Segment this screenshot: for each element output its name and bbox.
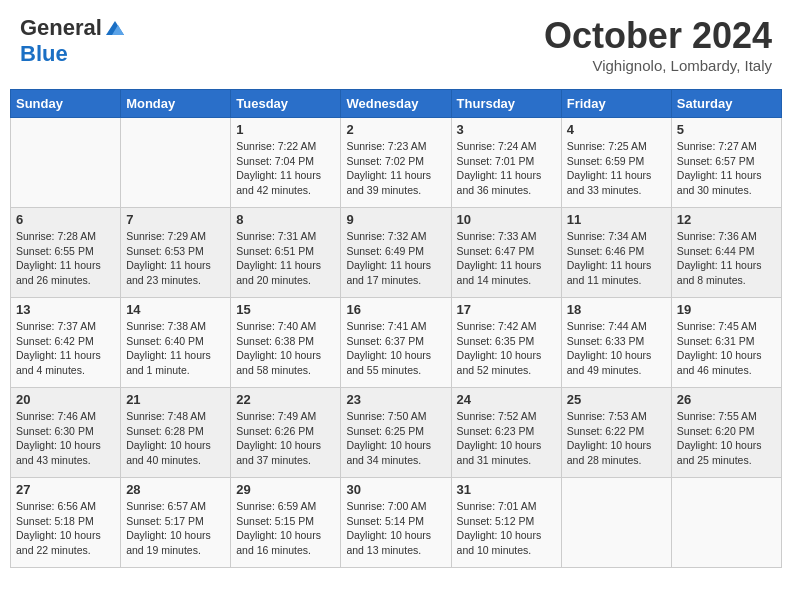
day-cell: 25Sunrise: 7:53 AMSunset: 6:22 PMDayligh…: [561, 388, 671, 478]
day-cell: 26Sunrise: 7:55 AMSunset: 6:20 PMDayligh…: [671, 388, 781, 478]
week-row-1: 1Sunrise: 7:22 AMSunset: 7:04 PMDaylight…: [11, 118, 782, 208]
day-info: Sunrise: 7:44 AMSunset: 6:33 PMDaylight:…: [567, 319, 666, 378]
day-cell: [561, 478, 671, 568]
day-cell: 27Sunrise: 6:56 AMSunset: 5:18 PMDayligh…: [11, 478, 121, 568]
day-info: Sunrise: 7:38 AMSunset: 6:40 PMDaylight:…: [126, 319, 225, 378]
day-number: 25: [567, 392, 666, 407]
day-number: 12: [677, 212, 776, 227]
header-cell-wednesday: Wednesday: [341, 90, 451, 118]
day-cell: 29Sunrise: 6:59 AMSunset: 5:15 PMDayligh…: [231, 478, 341, 568]
day-cell: 12Sunrise: 7:36 AMSunset: 6:44 PMDayligh…: [671, 208, 781, 298]
day-number: 6: [16, 212, 115, 227]
day-cell: [121, 118, 231, 208]
calendar-table: SundayMondayTuesdayWednesdayThursdayFrid…: [10, 89, 782, 568]
logo-icon: [104, 17, 126, 39]
day-cell: 17Sunrise: 7:42 AMSunset: 6:35 PMDayligh…: [451, 298, 561, 388]
day-info: Sunrise: 7:25 AMSunset: 6:59 PMDaylight:…: [567, 139, 666, 198]
day-cell: 1Sunrise: 7:22 AMSunset: 7:04 PMDaylight…: [231, 118, 341, 208]
day-cell: 30Sunrise: 7:00 AMSunset: 5:14 PMDayligh…: [341, 478, 451, 568]
day-cell: 20Sunrise: 7:46 AMSunset: 6:30 PMDayligh…: [11, 388, 121, 478]
day-number: 29: [236, 482, 335, 497]
day-info: Sunrise: 6:57 AMSunset: 5:17 PMDaylight:…: [126, 499, 225, 558]
day-cell: 6Sunrise: 7:28 AMSunset: 6:55 PMDaylight…: [11, 208, 121, 298]
day-cell: 24Sunrise: 7:52 AMSunset: 6:23 PMDayligh…: [451, 388, 561, 478]
day-cell: 31Sunrise: 7:01 AMSunset: 5:12 PMDayligh…: [451, 478, 561, 568]
day-number: 13: [16, 302, 115, 317]
day-number: 2: [346, 122, 445, 137]
day-cell: 10Sunrise: 7:33 AMSunset: 6:47 PMDayligh…: [451, 208, 561, 298]
week-row-4: 20Sunrise: 7:46 AMSunset: 6:30 PMDayligh…: [11, 388, 782, 478]
day-number: 9: [346, 212, 445, 227]
week-row-5: 27Sunrise: 6:56 AMSunset: 5:18 PMDayligh…: [11, 478, 782, 568]
day-cell: 16Sunrise: 7:41 AMSunset: 6:37 PMDayligh…: [341, 298, 451, 388]
day-cell: 8Sunrise: 7:31 AMSunset: 6:51 PMDaylight…: [231, 208, 341, 298]
calendar-body: 1Sunrise: 7:22 AMSunset: 7:04 PMDaylight…: [11, 118, 782, 568]
day-number: 22: [236, 392, 335, 407]
logo: General Blue: [20, 15, 126, 67]
day-info: Sunrise: 6:59 AMSunset: 5:15 PMDaylight:…: [236, 499, 335, 558]
day-cell: 2Sunrise: 7:23 AMSunset: 7:02 PMDaylight…: [341, 118, 451, 208]
day-number: 27: [16, 482, 115, 497]
header-cell-monday: Monday: [121, 90, 231, 118]
day-number: 5: [677, 122, 776, 137]
day-cell: 19Sunrise: 7:45 AMSunset: 6:31 PMDayligh…: [671, 298, 781, 388]
logo-blue: Blue: [20, 41, 126, 67]
day-number: 4: [567, 122, 666, 137]
day-number: 15: [236, 302, 335, 317]
day-info: Sunrise: 7:28 AMSunset: 6:55 PMDaylight:…: [16, 229, 115, 288]
day-cell: 9Sunrise: 7:32 AMSunset: 6:49 PMDaylight…: [341, 208, 451, 298]
day-number: 8: [236, 212, 335, 227]
header-cell-sunday: Sunday: [11, 90, 121, 118]
day-info: Sunrise: 7:32 AMSunset: 6:49 PMDaylight:…: [346, 229, 445, 288]
day-cell: 15Sunrise: 7:40 AMSunset: 6:38 PMDayligh…: [231, 298, 341, 388]
day-cell: 4Sunrise: 7:25 AMSunset: 6:59 PMDaylight…: [561, 118, 671, 208]
day-number: 10: [457, 212, 556, 227]
title-block: October 2024 Vighignolo, Lombardy, Italy: [544, 15, 772, 74]
day-cell: 5Sunrise: 7:27 AMSunset: 6:57 PMDaylight…: [671, 118, 781, 208]
day-cell: 13Sunrise: 7:37 AMSunset: 6:42 PMDayligh…: [11, 298, 121, 388]
day-cell: 28Sunrise: 6:57 AMSunset: 5:17 PMDayligh…: [121, 478, 231, 568]
day-info: Sunrise: 7:50 AMSunset: 6:25 PMDaylight:…: [346, 409, 445, 468]
month-title: October 2024: [544, 15, 772, 57]
day-cell: 18Sunrise: 7:44 AMSunset: 6:33 PMDayligh…: [561, 298, 671, 388]
day-number: 11: [567, 212, 666, 227]
day-info: Sunrise: 7:42 AMSunset: 6:35 PMDaylight:…: [457, 319, 556, 378]
header: General Blue October 2024 Vighignolo, Lo…: [10, 10, 782, 79]
day-info: Sunrise: 7:22 AMSunset: 7:04 PMDaylight:…: [236, 139, 335, 198]
day-cell: [671, 478, 781, 568]
day-number: 23: [346, 392, 445, 407]
day-cell: 11Sunrise: 7:34 AMSunset: 6:46 PMDayligh…: [561, 208, 671, 298]
day-info: Sunrise: 7:53 AMSunset: 6:22 PMDaylight:…: [567, 409, 666, 468]
day-cell: 7Sunrise: 7:29 AMSunset: 6:53 PMDaylight…: [121, 208, 231, 298]
day-number: 16: [346, 302, 445, 317]
day-info: Sunrise: 7:34 AMSunset: 6:46 PMDaylight:…: [567, 229, 666, 288]
day-number: 3: [457, 122, 556, 137]
location: Vighignolo, Lombardy, Italy: [544, 57, 772, 74]
day-info: Sunrise: 7:37 AMSunset: 6:42 PMDaylight:…: [16, 319, 115, 378]
day-info: Sunrise: 7:48 AMSunset: 6:28 PMDaylight:…: [126, 409, 225, 468]
day-info: Sunrise: 7:00 AMSunset: 5:14 PMDaylight:…: [346, 499, 445, 558]
day-number: 19: [677, 302, 776, 317]
day-cell: 14Sunrise: 7:38 AMSunset: 6:40 PMDayligh…: [121, 298, 231, 388]
day-info: Sunrise: 7:27 AMSunset: 6:57 PMDaylight:…: [677, 139, 776, 198]
day-cell: 23Sunrise: 7:50 AMSunset: 6:25 PMDayligh…: [341, 388, 451, 478]
week-row-2: 6Sunrise: 7:28 AMSunset: 6:55 PMDaylight…: [11, 208, 782, 298]
logo-general: General: [20, 15, 102, 41]
day-number: 20: [16, 392, 115, 407]
day-cell: 3Sunrise: 7:24 AMSunset: 7:01 PMDaylight…: [451, 118, 561, 208]
day-info: Sunrise: 7:41 AMSunset: 6:37 PMDaylight:…: [346, 319, 445, 378]
day-cell: 21Sunrise: 7:48 AMSunset: 6:28 PMDayligh…: [121, 388, 231, 478]
day-number: 7: [126, 212, 225, 227]
day-number: 1: [236, 122, 335, 137]
day-info: Sunrise: 7:36 AMSunset: 6:44 PMDaylight:…: [677, 229, 776, 288]
day-info: Sunrise: 7:31 AMSunset: 6:51 PMDaylight:…: [236, 229, 335, 288]
week-row-3: 13Sunrise: 7:37 AMSunset: 6:42 PMDayligh…: [11, 298, 782, 388]
day-info: Sunrise: 6:56 AMSunset: 5:18 PMDaylight:…: [16, 499, 115, 558]
day-cell: [11, 118, 121, 208]
header-cell-saturday: Saturday: [671, 90, 781, 118]
day-info: Sunrise: 7:29 AMSunset: 6:53 PMDaylight:…: [126, 229, 225, 288]
day-number: 30: [346, 482, 445, 497]
day-number: 21: [126, 392, 225, 407]
day-info: Sunrise: 7:33 AMSunset: 6:47 PMDaylight:…: [457, 229, 556, 288]
header-cell-tuesday: Tuesday: [231, 90, 341, 118]
